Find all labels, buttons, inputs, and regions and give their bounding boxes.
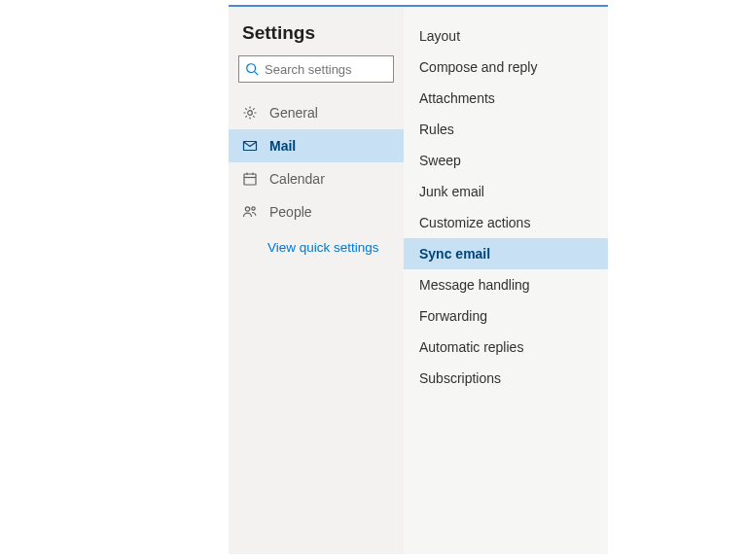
- svg-point-2: [248, 111, 253, 116]
- svg-point-9: [252, 207, 255, 210]
- search-icon: [245, 62, 259, 76]
- sub-item-junk-email[interactable]: Junk email: [404, 176, 608, 207]
- sub-item-rules[interactable]: Rules: [404, 114, 608, 145]
- sub-item-label: Junk email: [419, 184, 484, 199]
- sub-item-forwarding[interactable]: Forwarding: [404, 300, 608, 332]
- settings-sub-column: Layout Compose and reply Attachments Rul…: [404, 7, 608, 554]
- view-quick-settings-link[interactable]: View quick settings: [229, 228, 404, 255]
- sub-item-label: Attachments: [419, 90, 495, 106]
- sub-item-label: Compose and reply: [419, 59, 537, 75]
- sub-item-subscriptions[interactable]: Subscriptions: [404, 363, 608, 394]
- sub-item-sweep[interactable]: Sweep: [404, 145, 608, 176]
- sub-item-label: Rules: [419, 122, 454, 137]
- sub-item-label: Customize actions: [419, 215, 530, 230]
- svg-line-1: [255, 72, 259, 76]
- calendar-icon: [242, 171, 258, 187]
- search-wrap: [229, 55, 404, 96]
- settings-panel: Settings General: [229, 5, 608, 554]
- gear-icon: [242, 105, 258, 121]
- nav-item-label: General: [269, 105, 318, 121]
- nav-item-label: Calendar: [269, 171, 325, 187]
- search-box[interactable]: [238, 55, 394, 83]
- settings-title: Settings: [229, 20, 404, 55]
- svg-rect-4: [244, 174, 256, 185]
- search-input[interactable]: [265, 62, 387, 77]
- mail-icon: [242, 138, 258, 154]
- people-icon: [242, 204, 258, 220]
- nav-item-label: People: [269, 204, 312, 220]
- nav-item-label: Mail: [269, 138, 296, 154]
- settings-nav-column: Settings General: [229, 7, 404, 554]
- sub-item-label: Subscriptions: [419, 370, 501, 386]
- sub-item-automatic-replies[interactable]: Automatic replies: [404, 332, 608, 363]
- sub-item-attachments[interactable]: Attachments: [404, 83, 608, 114]
- nav-item-general[interactable]: General: [229, 96, 404, 129]
- sub-item-compose-and-reply[interactable]: Compose and reply: [404, 52, 608, 83]
- svg-point-0: [247, 64, 256, 73]
- nav-item-people[interactable]: People: [229, 195, 404, 228]
- nav-item-mail[interactable]: Mail: [229, 129, 404, 162]
- sub-item-sync-email[interactable]: Sync email: [404, 238, 608, 269]
- nav-item-calendar[interactable]: Calendar: [229, 162, 404, 195]
- sub-item-label: Automatic replies: [419, 339, 523, 355]
- sub-item-message-handling[interactable]: Message handling: [404, 269, 608, 300]
- sub-item-label: Layout: [419, 28, 460, 44]
- svg-point-8: [245, 207, 249, 211]
- sub-item-layout[interactable]: Layout: [404, 20, 608, 52]
- sub-item-label: Message handling: [419, 277, 530, 293]
- sub-item-label: Forwarding: [419, 308, 487, 324]
- sub-item-customize-actions[interactable]: Customize actions: [404, 207, 608, 238]
- sub-item-label: Sweep: [419, 153, 461, 168]
- sub-item-label: Sync email: [419, 246, 490, 262]
